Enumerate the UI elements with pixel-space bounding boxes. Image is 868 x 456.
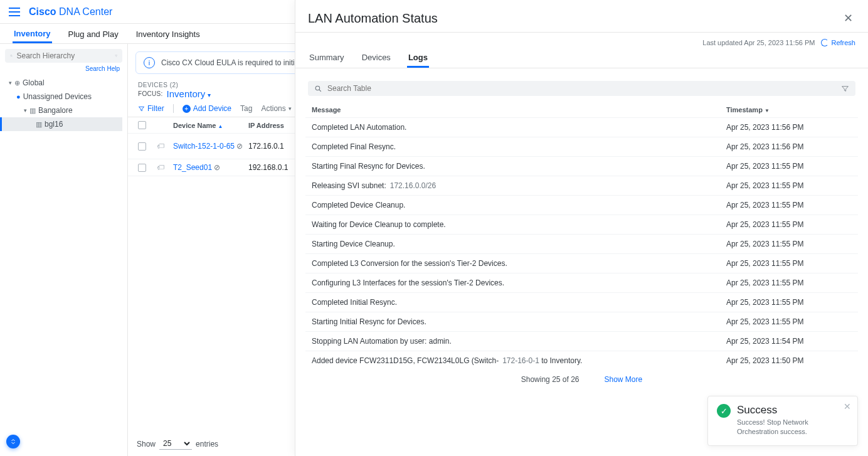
tab-logs[interactable]: Logs	[407, 50, 429, 68]
show-label: Show	[137, 440, 156, 448]
device-link[interactable]: Switch-152-1-0-65	[173, 142, 235, 151]
tree-node-bangalore[interactable]: ▾ ▥ Bangalore	[5, 103, 122, 117]
log-footer: Showing 25 of 26 Show More	[295, 370, 868, 391]
log-search-input[interactable]	[327, 84, 836, 93]
log-message: Starting Final Resync for Devices.	[312, 162, 726, 171]
divider	[173, 104, 174, 113]
log-timestamp: Apr 25, 2023 11:54 PM	[726, 337, 852, 346]
log-timestamp: Apr 25, 2023 11:55 PM	[726, 298, 852, 307]
tab-plug-and-play[interactable]: Plug and Play	[67, 29, 120, 43]
log-message: Waiting for Device Cleanup to complete.	[312, 220, 726, 229]
focus-dropdown[interactable]: Inventory ▾	[167, 88, 211, 99]
chevron-down-icon: ▾	[9, 80, 12, 86]
log-row: Completed Device Cleanup.Apr 25, 2023 11…	[305, 195, 858, 215]
log-search[interactable]	[308, 81, 855, 96]
log-timestamp: Apr 25, 2023 11:50 PM	[726, 356, 852, 365]
info-icon: i	[144, 57, 155, 68]
funnel-icon	[138, 105, 145, 112]
log-message: Configuring L3 Interfaces for the sessio…	[312, 278, 726, 287]
assist-fab[interactable]	[6, 435, 20, 448]
add-device-button[interactable]: + Add Device	[183, 104, 231, 113]
tag-icon[interactable]: 🏷	[157, 142, 173, 151]
tab-devices[interactable]: Devices	[361, 50, 392, 68]
svg-point-2	[315, 86, 320, 90]
plus-icon: +	[183, 105, 191, 113]
filter-icon[interactable]	[841, 85, 849, 93]
log-message: Completed L3 Conversion for the session'…	[312, 259, 726, 268]
col-message[interactable]: Message	[312, 106, 726, 114]
refresh-icon	[821, 39, 828, 46]
log-message: Completed LAN Automation.	[312, 123, 726, 132]
log-showing: Showing 25 of 26	[521, 375, 580, 384]
search-help-link[interactable]: Search Help	[5, 65, 122, 72]
device-link[interactable]: T2_Seed01	[173, 163, 212, 172]
log-timestamp: Apr 25, 2023 11:55 PM	[726, 259, 852, 268]
page-size-select[interactable]: 25	[159, 438, 192, 450]
log-message: Stopping LAN Automation by user: admin.	[312, 337, 726, 346]
tree-node-unassigned[interactable]: ● Unassigned Devices	[5, 90, 122, 103]
check-icon: ✓	[717, 404, 731, 418]
expand-icon	[9, 438, 17, 445]
search-icon	[314, 85, 322, 93]
toast-title: Success	[737, 404, 849, 416]
chevron-down-icon: ▾	[24, 107, 27, 114]
tab-inventory[interactable]: Inventory	[13, 29, 52, 43]
actions-dropdown[interactable]: Actions ▾	[261, 104, 291, 113]
log-row: Releasing SVI subnet:172.16.0.0/26Apr 25…	[305, 176, 858, 195]
tree-label: Bangalore	[38, 106, 73, 115]
log-row: Stopping LAN Automation by user: admin.A…	[305, 331, 858, 351]
log-message: Added device FCW2311D15G, FCW2134L0LG (S…	[312, 356, 726, 365]
log-message: Starting Device Cleanup.	[312, 240, 726, 248]
filter-button[interactable]: Filter	[138, 104, 164, 113]
col-device-name[interactable]: Device Name▲	[173, 122, 248, 129]
building-icon: ▥	[36, 120, 42, 129]
hierarchy-search-input[interactable]	[17, 51, 111, 60]
row-checkbox[interactable]	[138, 142, 146, 151]
log-row: Completed LAN Automation.Apr 25, 2023 11…	[305, 117, 858, 137]
log-timestamp: Apr 25, 2023 11:56 PM	[726, 123, 852, 132]
log-table: Message Timestamp▼ Completed LAN Automat…	[295, 102, 868, 370]
log-row: Starting Device Cleanup.Apr 25, 2023 11:…	[305, 234, 858, 253]
log-timestamp: Apr 25, 2023 11:56 PM	[726, 142, 852, 151]
svg-point-0	[11, 55, 12, 56]
close-icon[interactable]: ✕	[844, 11, 853, 25]
tree-node-bgl16[interactable]: ▥ bgl16	[0, 117, 122, 131]
entries-label: entries	[196, 440, 218, 448]
log-timestamp: Apr 25, 2023 11:55 PM	[726, 317, 852, 326]
tab-inventory-insights[interactable]: Inventory Insights	[135, 29, 201, 43]
tree-node-global[interactable]: ▾ ⊕ Global	[5, 76, 122, 90]
filter-icon[interactable]	[115, 52, 118, 60]
toast-close-icon[interactable]: ✕	[844, 401, 851, 411]
toast-body: Success! Stop Network Orchestration succ…	[737, 418, 849, 437]
show-more-link[interactable]: Show More	[605, 375, 643, 384]
log-row: Starting Final Resync for Devices.Apr 25…	[305, 156, 858, 176]
slideover-tabs: Summary Devices Logs	[295, 50, 868, 68]
slideover-title: LAN Automation Status	[308, 11, 438, 26]
svg-line-1	[12, 56, 13, 57]
reachability-icon: ⊘	[214, 163, 220, 172]
dot-icon: ●	[16, 93, 21, 100]
hamburger-icon[interactable]	[9, 8, 20, 16]
log-row: Added device FCW2311D15G, FCW2134L0LG (S…	[305, 351, 858, 370]
log-timestamp: Apr 25, 2023 11:55 PM	[726, 240, 852, 248]
log-row: Completed L3 Conversion for the session'…	[305, 253, 858, 273]
building-icon: ▥	[29, 107, 36, 115]
row-checkbox[interactable]	[138, 164, 146, 172]
select-all-checkbox[interactable]	[138, 121, 146, 129]
log-row: Starting Initial Resync for Devices.Apr …	[305, 312, 858, 331]
col-timestamp[interactable]: Timestamp▼	[726, 106, 852, 114]
svg-line-3	[319, 90, 321, 92]
last-updated: Last updated Apr 25, 2023 11:56 PM	[702, 39, 815, 46]
reachability-icon: ⊘	[236, 142, 243, 151]
tree-label: Unassigned Devices	[23, 92, 92, 101]
log-message: Completed Final Resync.	[312, 142, 726, 151]
tag-icon[interactable]: 🏷	[157, 163, 173, 172]
hierarchy-tree: ▾ ⊕ Global ● Unassigned Devices ▾ ▥ Bang…	[5, 76, 122, 131]
tree-label: bgl16	[45, 120, 63, 129]
tag-button[interactable]: Tag	[240, 104, 252, 113]
hierarchy-search[interactable]	[5, 49, 122, 63]
refresh-button[interactable]: Refresh	[821, 39, 855, 46]
log-timestamp: Apr 25, 2023 11:55 PM	[726, 181, 852, 190]
tab-summary[interactable]: Summary	[308, 50, 346, 68]
log-row: Configuring L3 Interfaces for the sessio…	[305, 273, 858, 292]
